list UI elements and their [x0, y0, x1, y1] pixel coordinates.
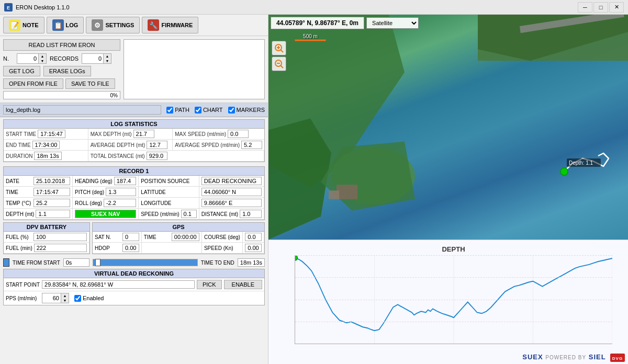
n-input[interactable] — [17, 55, 38, 62]
start-time-value: 17:15:47 — [38, 130, 65, 138]
note-button[interactable]: 📝 NOTE — [3, 17, 44, 33]
chart-checkbox[interactable] — [195, 107, 201, 113]
records-input[interactable] — [82, 55, 103, 62]
time-to-end-value: 18m 13s — [238, 258, 265, 267]
time-slider[interactable] — [93, 259, 198, 266]
progress-bar-container: 0% — [3, 91, 120, 99]
open-from-file-button[interactable]: OPEN FROM FILE — [3, 78, 63, 89]
chart-area: 0.0 -5.4 -10.8 -16.3 -21.7 0.0 4.6 9.1 1… — [295, 255, 612, 344]
maximize-button[interactable]: □ — [593, 2, 608, 13]
duration-cell: DURATION 18m 13s — [4, 151, 88, 162]
scale-bar: 500 m — [295, 33, 326, 41]
record-title: RECORD 1 — [4, 167, 264, 176]
time-value: 17:15:47 — [33, 188, 70, 196]
svg-text:E: E — [7, 5, 10, 10]
slider-row: TIME FROM START 0s TIME TO END 18m 13s — [0, 256, 268, 269]
fuel-min-value: 222 — [34, 244, 87, 252]
log-icon: 📋 — [52, 19, 64, 31]
minimize-button[interactable]: ─ — [578, 2, 592, 13]
time-from-start-value: 0s — [63, 258, 89, 267]
save-to-file-button[interactable]: SAVE TO FILE — [65, 78, 115, 89]
vdr-title: VIRTUAL DEAD RECKONING — [4, 269, 264, 278]
erase-logs-button[interactable]: ERASE LOGs — [43, 66, 91, 76]
bottom-panels: DPV BATTERY FUEL (%)100 FUEL (min)222 GP… — [3, 222, 265, 254]
map-header: 44.05789° N, 9.86787° E, 0m Satellite Ro… — [268, 15, 628, 31]
pps-label: PPS (mt/min) — [6, 295, 40, 301]
svg-line-20 — [281, 66, 284, 69]
filename-input[interactable] — [3, 105, 161, 115]
window-title: ERON Desktop 1.1.0 — [16, 4, 578, 10]
settings-button[interactable]: ⚙ SETTINGS — [86, 17, 140, 33]
speed-value: 0.1 — [181, 210, 197, 218]
course-value: 0.0 — [245, 233, 262, 241]
temp-value: 25.2 — [33, 199, 70, 207]
end-time-value: 17:34:00 — [32, 141, 60, 149]
n-spinner[interactable]: ▲ ▼ — [17, 53, 47, 64]
zoom-in-button[interactable] — [272, 41, 286, 55]
total-dist-cell: TOTAL DISTANCE (mt) 929.0 — [88, 151, 264, 162]
records-spinner[interactable]: ▲ ▼ — [82, 53, 111, 64]
nav-value: SUEX NAV — [75, 210, 136, 218]
records-label: RECORDS — [50, 55, 78, 62]
avg-depth-value: 12.7 — [147, 141, 167, 149]
dpv-battery-section: DPV BATTERY FUEL (%)100 FUEL (min)222 — [3, 222, 90, 254]
enabled-checkbox-label[interactable]: Enabled — [74, 295, 104, 302]
scale-line — [295, 39, 326, 41]
zoom-out-button[interactable] — [272, 56, 286, 71]
gps-section: GPS SAT N.0 TIME00:00:00 COURSE (deg) 0.… — [92, 222, 265, 254]
records-down-arrow[interactable]: ▼ — [104, 59, 111, 63]
options-row: PATH CHART MARKERS — [0, 103, 268, 117]
chart-container: DEPTH 0.0 -5.4 -10.8 -16.3 -21.7 0.0 4.6… — [268, 240, 628, 364]
total-dist-value: 929.0 — [147, 152, 167, 160]
color-indicator — [3, 258, 9, 267]
pps-up-arrow[interactable]: ▲ — [61, 293, 69, 298]
start-point-input[interactable] — [42, 280, 195, 289]
map-container[interactable]: Depth: 1.1 44.05789° N, 9.86787° E, 0m S… — [268, 15, 628, 240]
firmware-button[interactable]: 🔧 FIRMWARE — [142, 17, 198, 33]
enable-button[interactable]: ENABLE — [224, 280, 262, 289]
firmware-icon: 🔧 — [148, 19, 159, 31]
pick-button[interactable]: PICK — [197, 280, 222, 289]
start-time-cell: START TIME 17:15:47 — [4, 129, 88, 140]
window-controls: ─ □ ✕ — [578, 2, 624, 13]
avg-speed-cell: AVERAGE SPPED (mt/min) 5.2 — [173, 140, 264, 151]
chart-checkbox-label[interactable]: CHART — [195, 107, 223, 113]
avg-speed-value: 5.2 — [241, 141, 262, 149]
records-up-arrow[interactable]: ▲ — [104, 54, 111, 59]
read-list-button[interactable]: READ LIST FROM ERON — [3, 39, 120, 51]
distance-value: 1.0 — [240, 210, 262, 218]
markers-checkbox-label[interactable]: MARKERS — [228, 107, 265, 113]
n-down-arrow[interactable]: ▼ — [39, 59, 46, 63]
n-up-arrow[interactable]: ▲ — [39, 54, 46, 59]
pps-down-arrow[interactable]: ▼ — [61, 298, 69, 303]
markers-checkbox[interactable] — [228, 107, 235, 113]
hdop-value: 0.00 — [122, 244, 139, 252]
suex-logo: SUEX POWERED BY SIEL DVG — [522, 353, 625, 362]
pps-input[interactable] — [42, 294, 61, 302]
log-button[interactable]: 📋 LOG — [47, 17, 84, 33]
progress-text: 0% — [110, 92, 118, 100]
toolbar: 📝 NOTE 📋 LOG ⚙ SETTINGS 🔧 FIRMWARE — [0, 15, 268, 36]
pps-spinner[interactable]: ▲ ▼ — [42, 293, 69, 303]
svg-line-17 — [281, 50, 284, 53]
get-log-button[interactable]: GET LOG — [3, 66, 40, 76]
date-value: 25.10.2018 — [33, 177, 70, 185]
map-type-select[interactable]: Satellite Roadmap Terrain Hybrid — [366, 17, 419, 29]
heading-value: 187.4 — [114, 177, 136, 185]
path-checkbox[interactable] — [166, 107, 173, 113]
time-from-start-label: TIME FROM START — [13, 260, 60, 266]
pos-source-value: DEAD RECKONING — [201, 177, 262, 185]
slider-handle[interactable] — [95, 259, 100, 266]
close-button[interactable]: ✕ — [609, 2, 624, 13]
gps-title: GPS — [93, 223, 264, 232]
depth-value: 1.1 — [36, 210, 70, 218]
log-control: READ LIST FROM ERON N. ▲ ▼ RECORDS — [0, 36, 268, 103]
duration-value: 18m 13s — [34, 152, 61, 160]
avg-depth-cell: AVERAGE DEPTH (mt) 12.7 — [88, 140, 173, 151]
gps-speed-value: 0.00 — [245, 244, 262, 252]
record-section: RECORD 1 DATE25.10.2018 HEADING (deg)187… — [3, 166, 265, 220]
path-checkbox-label[interactable]: PATH — [166, 107, 189, 113]
title-bar: E ERON Desktop 1.1.0 ─ □ ✕ — [0, 0, 628, 15]
enabled-checkbox[interactable] — [74, 295, 81, 302]
map-coords: 44.05789° N, 9.86787° E, 0m — [271, 17, 364, 29]
